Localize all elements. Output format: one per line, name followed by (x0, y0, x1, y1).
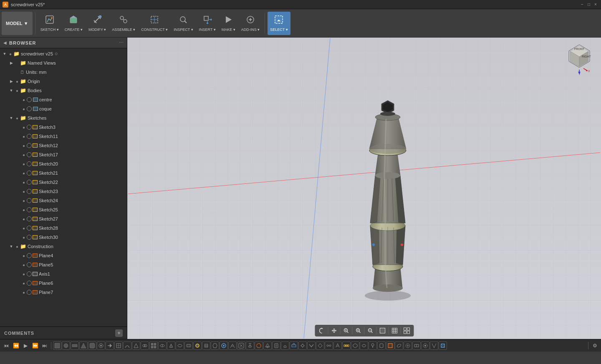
feature-2[interactable] (62, 341, 70, 350)
tool-construct[interactable]: CONSTRUCT ▾ (139, 12, 170, 35)
feature-45[interactable] (439, 341, 447, 350)
feature-40[interactable] (395, 341, 403, 350)
tree-item-coque[interactable]: ● coque (0, 104, 127, 113)
settings-button[interactable]: ⚙ (590, 341, 599, 350)
feature-4[interactable] (79, 341, 88, 350)
tool-inspect[interactable]: INSPECT ▾ (171, 12, 195, 35)
tool-insert[interactable]: INSERT ▾ (197, 12, 218, 35)
feature-37[interactable] (369, 341, 377, 350)
feature-28[interactable] (290, 341, 298, 350)
prev-button[interactable]: ⏪ (11, 341, 20, 350)
feature-30[interactable] (307, 341, 316, 350)
close-button[interactable]: × (593, 2, 598, 8)
feature-1[interactable] (53, 341, 61, 350)
tool-addins[interactable]: ADD-INS ▾ (239, 12, 263, 35)
play-button[interactable]: ▶ (21, 341, 30, 350)
zoom-in-button[interactable] (354, 326, 363, 335)
tree-item-root[interactable]: ▼ ● 📁 screwdriver v25 ⊙ (0, 49, 127, 58)
more-button[interactable] (402, 326, 411, 335)
collapse-icon[interactable]: ◀ (3, 40, 7, 45)
next-step-button[interactable]: ⏭ (40, 341, 49, 350)
feature-9[interactable] (123, 341, 131, 350)
feature-42[interactable] (412, 341, 421, 350)
feature-14[interactable] (167, 341, 175, 350)
feature-21[interactable] (228, 341, 237, 350)
tool-sketch[interactable]: SKETCH ▾ (38, 12, 61, 35)
feature-41[interactable] (404, 341, 412, 350)
feature-18[interactable] (202, 341, 210, 350)
feature-35[interactable] (351, 341, 359, 350)
display-mode-button[interactable] (378, 326, 387, 335)
feature-15[interactable] (176, 341, 184, 350)
feature-8[interactable] (114, 341, 123, 350)
minimize-button[interactable]: − (579, 2, 585, 8)
feature-38[interactable] (377, 341, 386, 350)
tree-item-sketch17[interactable]: ● Sketch17 (0, 150, 127, 159)
tree-item-sketch28[interactable]: ● Sketch28 (0, 223, 127, 233)
feature-44[interactable] (430, 341, 438, 350)
feature-7[interactable] (106, 341, 114, 350)
tree-item-sketch25[interactable]: ● Sketch25 (0, 205, 127, 214)
feature-16[interactable] (184, 341, 193, 350)
tree-item-plane4[interactable]: ● Plane4 (0, 251, 127, 260)
add-comment-button[interactable]: + (115, 329, 123, 337)
feature-5[interactable] (88, 341, 96, 350)
next-button[interactable]: ⏩ (30, 341, 40, 350)
tree-arrow-origin[interactable]: ▶ (8, 79, 14, 83)
orientation-cube[interactable]: FRONT RIGHT Y X (563, 43, 596, 76)
tree-item-plane5[interactable]: ● Plane5 (0, 260, 127, 269)
feature-6[interactable] (97, 341, 105, 350)
tree-item-sketch22[interactable]: ● Sketch22 (0, 178, 127, 187)
tree-container[interactable]: ▼ ● 📁 screwdriver v25 ⊙ ▶ 📁 Named Views … (0, 48, 127, 326)
prev-step-button[interactable]: ⏮ (2, 341, 11, 350)
browser-menu-icon[interactable]: ⋯ (119, 40, 124, 45)
tree-item-sketch3[interactable]: ● Sketch3 (0, 123, 127, 132)
tree-item-origin[interactable]: ▶ ● 📁 Origin (0, 77, 127, 86)
feature-10[interactable] (132, 341, 140, 350)
tree-item-sketch11[interactable]: ● Sketch11 (0, 132, 127, 141)
feature-17[interactable] (193, 341, 202, 350)
tree-arrow-root[interactable]: ▼ (2, 52, 8, 56)
feature-31[interactable] (316, 341, 324, 350)
maximize-button[interactable]: □ (586, 2, 592, 8)
feature-25[interactable] (263, 341, 272, 350)
tool-select[interactable]: SELECT ▾ (268, 12, 290, 35)
pan-button[interactable] (329, 326, 338, 335)
tree-arrow-named-views[interactable]: ▶ (8, 61, 14, 65)
tree-item-bodies[interactable]: ▼ ● 📁 Bodies (0, 86, 127, 95)
feature-32[interactable] (325, 341, 333, 350)
feature-36[interactable] (360, 341, 368, 350)
tree-item-sketch24[interactable]: ● Sketch24 (0, 196, 127, 205)
feature-27[interactable] (281, 341, 289, 350)
feature-3[interactable] (71, 341, 79, 350)
feature-12[interactable] (149, 341, 158, 350)
feature-13[interactable] (158, 341, 167, 350)
tree-item-sketch30[interactable]: ● Sketch30 (0, 233, 127, 242)
tool-modify[interactable]: MODIFY ▾ (86, 12, 109, 35)
feature-43[interactable] (421, 341, 429, 350)
feature-22[interactable] (237, 341, 245, 350)
orbit-button[interactable] (317, 326, 326, 335)
tree-arrow-sketches[interactable]: ▼ (8, 116, 14, 120)
tree-arrow-construction[interactable]: ▼ (8, 244, 14, 249)
tree-item-centre[interactable]: ● centre (0, 95, 127, 104)
tree-item-plane6[interactable]: ● Plane6 (0, 279, 127, 288)
tree-item-units[interactable]: 🗒 Units: mm (0, 68, 127, 77)
viewport[interactable]: FRONT RIGHT Y X (127, 38, 601, 339)
tool-create[interactable]: CREATE ▾ (62, 12, 85, 35)
feature-20[interactable] (220, 341, 228, 350)
tree-item-named-views[interactable]: ▶ 📁 Named Views (0, 58, 127, 68)
feature-34[interactable] (342, 341, 351, 350)
feature-39[interactable] (386, 341, 394, 350)
feature-23[interactable] (246, 341, 254, 350)
tool-make[interactable]: MAKE ▾ (219, 12, 238, 35)
grid-button[interactable] (390, 326, 399, 335)
tree-item-construction[interactable]: ▼ ● 📁 Construction (0, 242, 127, 251)
feature-24[interactable] (255, 341, 263, 350)
tree-item-plane7[interactable]: ● Plane7 (0, 288, 127, 297)
tree-item-sketch27[interactable]: ● Sketch27 (0, 214, 127, 223)
feature-33[interactable] (333, 341, 342, 350)
feature-19[interactable] (211, 341, 219, 350)
feature-11[interactable] (141, 341, 149, 350)
feature-29[interactable] (298, 341, 307, 350)
